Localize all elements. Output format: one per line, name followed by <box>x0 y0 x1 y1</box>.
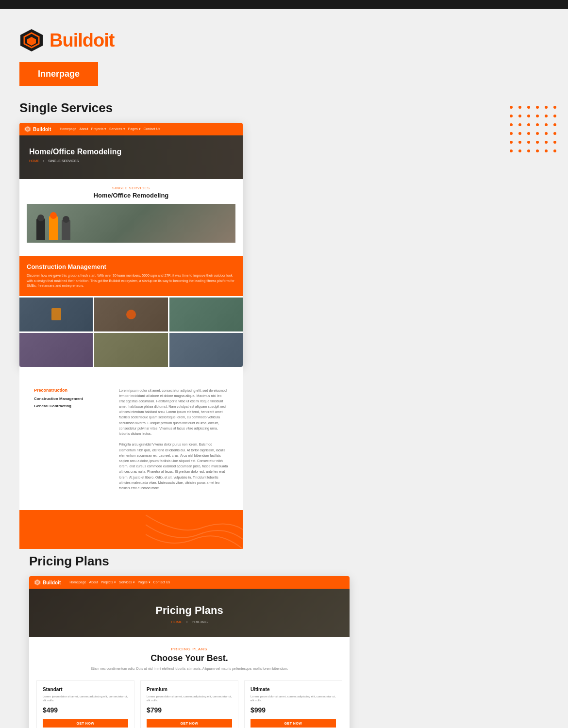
service-content: SINGLE SERVICES Home/Office Remodeling <box>19 179 243 256</box>
nav-link-services[interactable]: Services ▾ <box>109 127 125 131</box>
service-title: Home/Office Remodeling <box>27 192 235 199</box>
pricing-nav-links: Homepage About Projects ▾ Services ▾ Pag… <box>69 580 170 584</box>
pricing-description: Etiam nec condimentum odio. Duis ut nisl… <box>36 666 342 672</box>
gallery-cell-3 <box>169 298 243 331</box>
browser-nav-links: Homepage About Projects ▾ Services ▾ Pag… <box>60 127 160 131</box>
left-orange-bottom <box>19 510 243 549</box>
hero-title: Home/Office Remodeling <box>29 148 233 156</box>
pricing-nav-about[interactable]: About <box>89 580 98 584</box>
pricing-nav-homepage[interactable]: Homepage <box>69 580 86 584</box>
nav-link-pages[interactable]: Pages ▾ <box>128 127 141 131</box>
card-name-ultimate: Ultimate <box>251 687 336 692</box>
pricing-cards-section: PRICING PLANS Choose Your Best. Etiam ne… <box>29 637 350 728</box>
service-image <box>27 204 235 243</box>
nav-link-homepage[interactable]: Homepage <box>60 127 76 131</box>
preconstruction-inner: Preconstruction Construction Management … <box>27 378 235 501</box>
card-desc-standart: Lorem ipsum dolor sit amet, consec adipi… <box>43 695 128 703</box>
right-column: Pricing Plans Buildoit Homepage About Pr… <box>19 549 350 728</box>
breadcrumb-home: HOME <box>29 159 39 163</box>
hero-breadcrumb: HOME › SINGLE SERVICES <box>29 159 233 163</box>
preconstruction-link[interactable]: Preconstruction <box>34 388 112 393</box>
pricing-hero-title: Pricing Plans <box>155 604 223 617</box>
dots-decoration <box>510 106 558 154</box>
card-name-standart: Standart <box>43 687 128 692</box>
pricing-label: PRICING PLANS <box>36 647 342 651</box>
preconstruction-item-1: Construction Management <box>34 397 112 401</box>
logo-area: Buildoit <box>19 28 243 52</box>
logo-text: Buildoit <box>50 30 114 51</box>
single-services-title: Single Services <box>19 100 243 116</box>
pricing-browser: Buildoit Homepage About Projects ▾ Servi… <box>29 576 350 728</box>
preconstruction-left: Preconstruction Construction Management … <box>34 388 112 491</box>
nav-link-projects[interactable]: Projects ▾ <box>91 127 106 131</box>
nav-link-contact[interactable]: Contact Us <box>144 127 161 131</box>
pricing-breadcrumb-sep: › <box>186 620 188 624</box>
breadcrumb-sep: › <box>43 159 44 163</box>
preconstruction-item-2: General Contracting <box>34 404 112 408</box>
browser-logo: Buildoit <box>24 126 51 132</box>
nav-link-about[interactable]: About <box>79 127 88 131</box>
single-services-browser: Buildoit Homepage About Projects ▾ Servi… <box>19 123 243 367</box>
pricing-plans-title: Pricing Plans <box>29 554 350 569</box>
pricing-card-premium: Premium Lorem ipsum dolor sit amet, cons… <box>140 680 238 728</box>
gallery-cell-1 <box>19 298 93 331</box>
preconstruction-text: Lorem ipsum dolor sit amet, consectetur … <box>119 388 228 491</box>
pricing-breadcrumb-current: PRICING <box>192 620 208 624</box>
single-services-hero: Home/Office Remodeling HOME › SINGLE SER… <box>19 135 243 179</box>
breadcrumb-current: SINGLE SERVICES <box>48 159 79 163</box>
pricing-hero: Pricing Plans HOME › PRICING <box>29 589 350 637</box>
service-label: SINGLE SERVICES <box>27 186 235 190</box>
pricing-nav-services[interactable]: Services ▾ <box>119 580 135 584</box>
browser-logo-text: Buildoit <box>33 127 51 132</box>
innerpage-button[interactable]: Innerpage <box>19 62 98 86</box>
construction-block: Construction Management Discover how we … <box>19 256 243 296</box>
pricing-browser-logo-text: Buildoit <box>43 580 61 585</box>
logo-icon <box>19 28 44 52</box>
preconstruction-section: Preconstruction Construction Management … <box>19 367 243 511</box>
pricing-breadcrumb-home: HOME <box>171 620 183 624</box>
pricing-main-title: Choose Your Best. <box>36 653 342 663</box>
card-name-premium: Premium <box>147 687 232 692</box>
pricing-browser-nav: Buildoit Homepage About Projects ▾ Servi… <box>29 576 350 589</box>
card-price-premium: $799 <box>147 706 232 714</box>
top-bar <box>0 0 568 9</box>
gallery-grid <box>19 298 243 367</box>
pricing-card-standart: Standart Lorem ipsum dolor sit amet, con… <box>36 680 134 728</box>
card-price-ultimate: $999 <box>251 706 336 714</box>
left-column: Buildoit Innerpage Single Services Build… <box>19 23 243 549</box>
gallery-cell-6 <box>169 333 243 367</box>
pricing-hero-breadcrumb: HOME › PRICING <box>155 620 223 624</box>
pricing-card-ultimate: Ultimate Lorem ipsum dolor sit amet, con… <box>244 680 342 728</box>
pricing-nav-pages[interactable]: Pages ▾ <box>138 580 150 584</box>
gallery-cell-4 <box>19 333 93 367</box>
pricing-nav-contact[interactable]: Contact Us <box>153 580 170 584</box>
pricing-nav-projects[interactable]: Projects ▾ <box>101 580 116 584</box>
pricing-browser-logo: Buildoit <box>34 579 61 586</box>
construction-text: Discover how we gave this group a fresh … <box>27 273 235 289</box>
card-btn-standart[interactable]: GET NOW <box>43 719 128 728</box>
card-btn-ultimate[interactable]: GET NOW <box>251 719 336 728</box>
construction-title: Construction Management <box>27 263 235 270</box>
gallery-cell-2 <box>94 298 167 331</box>
card-price-standart: $499 <box>43 706 128 714</box>
card-btn-premium[interactable]: GET NOW <box>147 719 232 728</box>
pricing-cards-grid: Standart Lorem ipsum dolor sit amet, con… <box>36 680 342 728</box>
preconstruction-right: Lorem ipsum dolor sit amet, consectetur … <box>119 388 228 491</box>
gallery-cell-5 <box>94 333 167 367</box>
browser-navbar: Buildoit Homepage About Projects ▾ Servi… <box>19 123 243 135</box>
card-desc-premium: Lorem ipsum dolor sit amet, consec adipi… <box>147 695 232 703</box>
card-desc-ultimate: Lorem ipsum dolor sit amet, consec adipi… <box>251 695 336 703</box>
